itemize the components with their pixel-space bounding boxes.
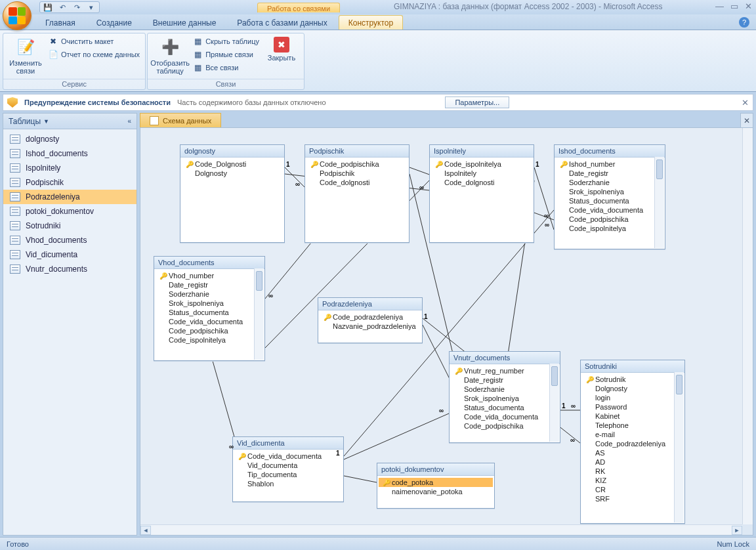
table-potoki[interactable]: potoki_dokumentov🔑code_potokanaimenovani… <box>377 463 495 509</box>
all-relations-button[interactable]: ▦Все связи <box>191 62 261 74</box>
table-field[interactable]: login <box>582 393 683 402</box>
table-field[interactable]: 🔑Code_vida_documenta <box>234 452 342 461</box>
minimize-button[interactable]: — <box>715 1 724 11</box>
horizontal-scrollbar[interactable]: ◄ ► <box>140 524 742 535</box>
table-field[interactable]: Code_vida_documenta <box>451 412 558 421</box>
table-field[interactable]: 🔑Sotrudnik <box>582 375 683 384</box>
table-field[interactable]: Dolgnosty <box>182 169 283 178</box>
table-ispolnitely[interactable]: Ispolnitely🔑Code_ispolnitelyaIspolnitely… <box>429 144 534 243</box>
table-header[interactable]: Vhod_documents <box>154 257 264 269</box>
table-field[interactable]: Date_registr <box>556 169 663 178</box>
table-field[interactable]: Vid_documenta <box>234 461 342 470</box>
table-field[interactable]: 🔑Ishod_number <box>556 159 663 169</box>
table-field[interactable]: Ispolnitely <box>431 169 532 178</box>
table-field[interactable]: Tip_documenta <box>234 470 342 479</box>
nav-collapse-icon[interactable]: « <box>127 117 131 125</box>
nav-item-vid_dicumenta[interactable]: Vid_dicumenta <box>3 247 136 262</box>
show-table-button[interactable]: ➕ Отобразить таблицу <box>152 35 188 76</box>
table-field[interactable]: Status_documenta <box>451 403 558 412</box>
document-tab-relationships[interactable]: Схема данных <box>140 113 221 127</box>
table-scrollbar[interactable] <box>674 372 684 522</box>
table-field[interactable]: Kabinet <box>582 412 683 421</box>
table-field[interactable]: AD <box>582 457 683 467</box>
table-header[interactable]: Podrazdeleniya <box>318 298 422 310</box>
table-vnutr[interactable]: Vnutr_documents🔑Vnutr_reg_numberDate_reg… <box>449 351 560 443</box>
table-field[interactable]: SRF <box>582 494 683 503</box>
table-field[interactable]: Date_registr <box>156 280 263 289</box>
table-field[interactable]: Date_registr <box>451 375 558 385</box>
nav-item-ishod_documents[interactable]: Ishod_documents <box>3 146 136 161</box>
table-field[interactable]: CR <box>582 485 683 494</box>
table-podrazdel[interactable]: Podrazdeleniya🔑Code_podrazdeleniyaNazvan… <box>318 297 423 343</box>
table-field[interactable]: AS <box>582 448 683 457</box>
nav-item-ispolnitely[interactable]: Ispolnitely <box>3 161 136 175</box>
table-field[interactable]: Shablon <box>234 479 342 488</box>
tab-external-data[interactable]: Внешние данные <box>143 15 226 30</box>
table-field[interactable]: 🔑Code_podrazdeleniya <box>320 312 421 322</box>
table-field[interactable]: 🔑Code_ispolnitelya <box>431 159 532 169</box>
office-button[interactable] <box>3 1 32 30</box>
table-podpischik[interactable]: Podpischik🔑Code_podpischikaPodpischikCod… <box>304 144 410 243</box>
nav-item-dolgnosty[interactable]: dolgnosty <box>3 132 136 146</box>
table-field[interactable]: Dolgnosty <box>582 384 683 393</box>
table-header[interactable]: Podpischik <box>305 145 409 158</box>
tab-home[interactable]: Главная <box>35 15 85 30</box>
nav-item-potoki_dokumentov[interactable]: potoki_dokumentov <box>3 204 136 219</box>
table-header[interactable]: Ishod_documents <box>555 145 665 158</box>
table-scrollbar[interactable] <box>654 157 664 248</box>
hide-table-button[interactable]: ▦Скрыть таблицу <box>191 35 261 47</box>
table-field[interactable]: 🔑Code_podpischika <box>306 159 408 169</box>
table-field[interactable]: RK <box>582 467 683 476</box>
table-field[interactable]: 🔑Vnutr_reg_number <box>451 366 558 375</box>
table-field[interactable]: e-mail <box>582 430 683 439</box>
table-field[interactable]: Code_dolgnosti <box>306 178 408 187</box>
table-field[interactable]: Telephone <box>582 421 683 430</box>
table-ishod[interactable]: Ishod_documents🔑Ishod_numberDate_registr… <box>554 144 665 249</box>
redo-icon[interactable]: ↷ <box>72 2 82 12</box>
security-options-button[interactable]: Параметры... <box>445 96 509 108</box>
table-field[interactable]: 🔑Code_Dolgnosti <box>182 159 283 169</box>
nav-item-podrazdeleniya[interactable]: Podrazdeleniya <box>3 190 136 204</box>
tab-create[interactable]: Создание <box>87 15 142 30</box>
undo-icon[interactable]: ↶ <box>57 2 68 12</box>
table-field[interactable]: 🔑Vhod_number <box>156 271 263 280</box>
table-field[interactable]: Srok_ispolneniya <box>156 299 263 308</box>
table-field[interactable]: Soderzhanie <box>451 385 558 394</box>
table-field[interactable]: KIZ <box>582 476 683 485</box>
qat-dropdown-icon[interactable]: ▾ <box>86 2 96 12</box>
table-header[interactable]: Vid_dicumenta <box>233 437 343 450</box>
table-dolgnosty[interactable]: dolgnosty🔑Code_DolgnostiDolgnosty <box>180 144 285 243</box>
scroll-right-icon[interactable]: ► <box>732 526 742 535</box>
scroll-left-icon[interactable]: ◄ <box>140 526 151 535</box>
tab-design[interactable]: Конструктор <box>339 15 403 30</box>
table-field[interactable]: Code_vida_documenta <box>556 205 663 215</box>
table-field[interactable]: Status_documenta <box>156 308 263 317</box>
security-close-button[interactable]: ✕ <box>742 98 749 108</box>
tab-database-tools[interactable]: Работа с базами данных <box>227 15 337 30</box>
table-vhod[interactable]: Vhod_documents🔑Vhod_numberDate_registrSo… <box>154 256 265 361</box>
table-field[interactable]: Nazvanie_podrazdeleniya <box>320 322 421 331</box>
close-relations-button[interactable]: ✖ Закрыть <box>263 35 300 63</box>
restore-button[interactable]: ▭ <box>730 1 738 11</box>
save-icon[interactable]: 💾 <box>43 2 53 12</box>
clear-layout-button[interactable]: ✖Очистить макет <box>47 35 141 47</box>
table-field[interactable]: Status_documenta <box>556 196 663 205</box>
table-field[interactable]: Password <box>582 402 683 412</box>
table-field[interactable]: Code_ispolnitelya <box>156 335 263 345</box>
table-field[interactable]: Srok_ispolneniya <box>556 187 663 196</box>
table-field[interactable]: Code_podpischika <box>156 326 263 335</box>
table-field[interactable]: 🔑code_potoka <box>379 478 493 487</box>
table-field[interactable]: Code_vida_documenta <box>156 317 263 326</box>
table-sotrudniki[interactable]: Sotrudniki🔑SotrudnikDolgnostyloginPasswo… <box>580 360 685 524</box>
nav-pane-header[interactable]: Таблицы ▼ « <box>3 114 136 129</box>
relationships-canvas[interactable]: ◄ ► dolgnosty🔑Code_DolgnostiDolgnostyPod… <box>140 127 753 536</box>
table-field[interactable]: Code_podpischika <box>451 421 558 431</box>
close-window-button[interactable]: ✕ <box>745 1 752 11</box>
nav-item-vnutr_documents[interactable]: Vnutr_documents <box>3 262 136 276</box>
table-vid[interactable]: Vid_dicumenta🔑Code_vida_documentaVid_doc… <box>232 436 344 502</box>
document-tab-close-button[interactable]: ✕ <box>740 113 753 127</box>
table-header[interactable]: Sotrudniki <box>581 360 684 373</box>
table-field[interactable]: Code_ispolnitelya <box>556 224 663 233</box>
table-scrollbar[interactable] <box>549 364 559 442</box>
table-field[interactable]: Podpischik <box>306 169 408 178</box>
